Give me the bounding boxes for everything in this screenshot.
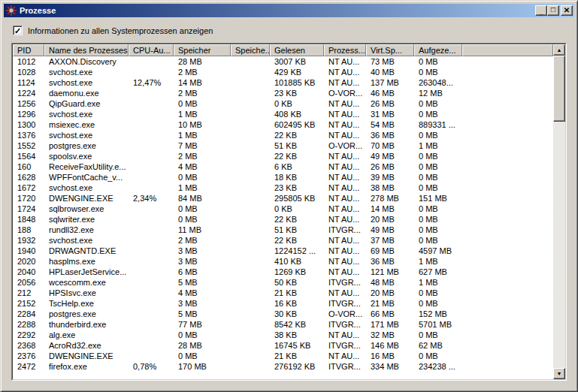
table-row[interactable]: 212HPSIsvc.exe4 MB21 KBNT AU...20 MB0 MB [13,288,553,298]
checkbox-checked-icon[interactable]: ✓ [13,26,23,35]
column-header[interactable]: Virt.Sp... [366,44,414,56]
table-cell: DRWAGNTD.EXE [44,246,129,256]
close-button[interactable]: ✕ [561,5,573,16]
table-row[interactable]: 1940DRWAGNTD.EXE3 MB1224152 ...NT AU...6… [13,246,553,256]
table-cell: 4 MB [174,288,231,298]
table-cell [231,214,270,225]
table-row[interactable]: 1628WPFFontCache_v...0 MB18 KBNT AU...39… [13,172,553,182]
table-cell: 151 MB [414,193,462,204]
table-cell: 1 MB [414,277,462,288]
maximize-button[interactable]: □ [547,5,559,16]
table-cell [129,140,174,151]
table-row[interactable]: 2020hasplms.exe3 MB410 KBNT AU...36 MB1 … [13,256,553,267]
table-row[interactable]: 2292alg.exe0 MB38 KBNT AU...32 MB0 MB [13,330,553,340]
table-cell: 146 MB [366,340,414,351]
scroll-up-button[interactable]: ▲ [553,44,565,56]
table-cell: 5 MB [174,277,231,288]
table-row[interactable]: 1376svchost.exe1 MB22 KBNT AU...36 MB0 M… [13,130,553,140]
table-cell [129,246,174,256]
column-header[interactable] [462,44,553,56]
table-cell [129,172,174,182]
table-cell: 20 MB [366,288,414,298]
table-cell [129,267,174,277]
table-row[interactable]: 1672svchost.exe1 MB23 KBNT AU...38 MB0 M… [13,182,553,193]
table-cell: NT AU... [324,119,366,130]
vertical-scrollbar[interactable]: ▲ ▼ [553,44,565,379]
table-row[interactable]: 160ReceiveFaxUtility.e...4 MB6 KBNT AU..… [13,161,553,172]
table-cell: QipGuard.exe [44,98,129,109]
scrollbar-track[interactable] [553,122,565,368]
table-cell: TscHelp.exe [44,298,129,309]
table-cell: 0 MB [174,98,231,109]
table-row[interactable]: 2288thunderbird.exe77 MB8542 KBITVGR...1… [13,319,553,330]
column-header[interactable]: Speicher [174,44,231,56]
table-cell: 0 MB [174,351,231,361]
column-header[interactable]: Gelesen [270,44,324,56]
table-cell [231,67,270,77]
table-row[interactable]: 1224daemonu.exe2 MB23 KBO-VOR...46 MB12 … [13,88,553,98]
table-row[interactable]: 188rundll32.exe11 MB51 KBITVGR...49 MB0 … [13,225,553,235]
table-cell [129,277,174,288]
table-cell: 188 [13,225,44,235]
column-header[interactable]: Prozess... [324,44,366,56]
table-row[interactable]: 1296svchost.exe1 MB408 KBNT AU...31 MB0 … [13,109,553,119]
table-cell: 49 MB [366,225,414,235]
table-row[interactable]: 2040HPLaserJetService...6 MB1269 KBNT AU… [13,267,553,277]
minimize-button[interactable]: _ [535,5,547,16]
table-cell [231,172,270,182]
table-cell: 46 MB [366,88,414,98]
table-cell: sqlwriter.exe [44,214,129,225]
table-row[interactable]: 1012AXXON.Discovery28 MB3007 KBNT AU...7… [13,56,553,67]
table-row[interactable]: 1932svchost.exe2 MB22 KBNT AU...37 MB0 M… [13,235,553,246]
table-row[interactable]: 1720DWENGINE.EXE2,34%84 MB295805 KBNT AU… [13,193,553,204]
table-row[interactable]: 2376DWENGINE.EXE0 MB21 KBNT AU...16 MB0 … [13,351,553,361]
table-cell: 7 MB [174,140,231,151]
table-cell: 51 KB [270,140,324,151]
table-row[interactable]: 1564spoolsv.exe2 MB22 KBNT AU...49 MB0 M… [13,151,553,161]
table-row[interactable]: 2472firefox.exe0,78%170 MB276192 KBITVGR… [13,361,553,372]
column-header[interactable]: Aufgeze... [414,44,462,56]
table-cell [231,119,270,130]
table-cell: 889331 ... [414,119,462,130]
scrollbar-thumb[interactable] [553,56,565,122]
table-cell: svchost.exe [44,77,129,88]
column-header[interactable]: Speiche... [231,44,270,56]
table-row[interactable]: 2368AcroRd32.exe28 MB16745 KBITVGR...146… [13,340,553,351]
window-content: ✓ Informationen zu allen Systemprozessen… [4,17,574,388]
table-cell: 152 MB [414,309,462,319]
table-cell: 3 MB [174,298,231,309]
table-row[interactable]: 1552postgres.exe7 MB51 KBO-VOR...70 MB1 … [13,140,553,151]
table-cell [129,161,174,172]
system-processes-checkbox-row[interactable]: ✓ Informationen zu allen Systemprozessen… [13,26,567,35]
table-cell [231,298,270,309]
column-header[interactable]: PID [13,44,44,56]
table-row[interactable]: 2152TscHelp.exe3 MB16 KBITVGR...21 MB0 M… [13,298,553,309]
table-cell: NT AU... [324,56,366,67]
table-row[interactable]: 1848sqlwriter.exe0 MB22 KBNT AU...20 MB0… [13,214,553,225]
column-header[interactable]: CPU-Au... [129,44,174,56]
table-row[interactable]: 1300msiexec.exe10 MB602495 KBNT AU...54 … [13,119,553,130]
titlebar[interactable]: Prozesse _ □ ✕ [4,4,574,17]
table-cell: 3 MB [174,246,231,256]
table-row[interactable]: 1124svchost.exe12,47%14 MB101885 KBNT AU… [13,77,553,88]
table-cell: svchost.exe [44,109,129,119]
scroll-down-button[interactable]: ▼ [553,368,565,379]
column-header[interactable]: Name des Prozesses [44,44,129,56]
table-row[interactable]: 1028svchost.exe2 MB429 KBNT AU...40 MB0 … [13,67,553,77]
table-cell: 5 MB [174,309,231,319]
table-row[interactable]: 1256QipGuard.exe0 MB0 KBNT AU...26 MB0 M… [13,98,553,109]
table-cell: thunderbird.exe [44,319,129,330]
table-cell: 0 MB [174,214,231,225]
table-cell: 0 MB [414,161,462,172]
table-cell: O-VOR... [324,140,366,151]
table-row[interactable]: 1724sqlbrowser.exe0 MB0 KBNT AU...14 MB0… [13,204,553,214]
table-cell: svchost.exe [44,182,129,193]
table-cell: 48 MB [366,277,414,288]
table-cell [129,67,174,77]
table-cell [129,98,174,109]
table-row[interactable]: 2056wcescomm.exe5 MB50 KBITVGR...48 MB1 … [13,277,553,288]
table-cell: NT AU... [324,214,366,225]
table-row[interactable]: 2284postgres.exe5 MB30 KBO-VOR...66 MB15… [13,309,553,319]
table-cell: svchost.exe [44,67,129,77]
table-cell: 62 MB [414,340,462,351]
